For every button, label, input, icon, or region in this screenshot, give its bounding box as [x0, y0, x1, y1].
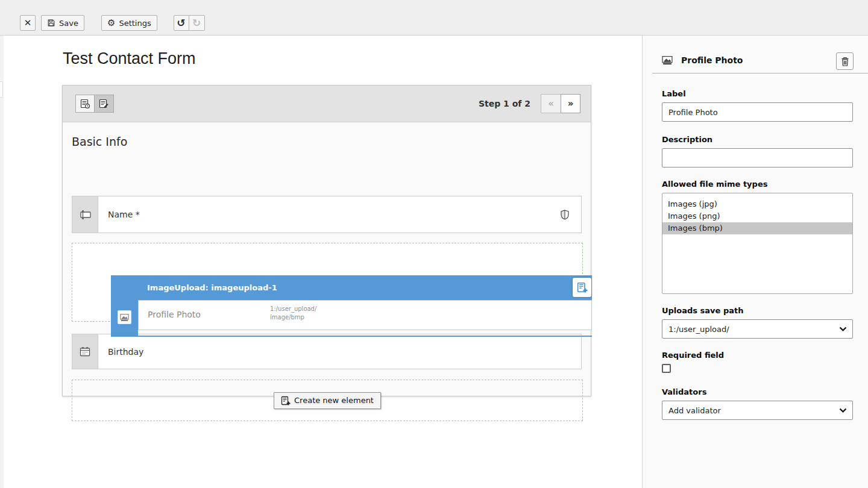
edit-mode-button[interactable]	[95, 95, 114, 113]
page-title: Test Contact Form	[63, 49, 196, 68]
chevron-down-icon	[839, 327, 847, 331]
dragged-imageupload-element[interactable]: ImageUpload: imageupload-1 Profile Photo…	[111, 275, 592, 337]
top-toolbar: ✕ Save ⚙ Settings ↺ ↻	[0, 0, 868, 36]
trash-icon	[841, 57, 849, 66]
form-element-label: Name *	[98, 210, 140, 219]
image-upload-icon	[118, 310, 131, 324]
form-element-birthday[interactable]: Birthday	[72, 334, 582, 369]
create-new-element-label: Create new element	[294, 396, 374, 405]
upload-path-text: 1:/user_upload/	[270, 305, 316, 313]
settings-label: Settings	[119, 19, 151, 28]
step-indicator: Step 1 of 2	[479, 99, 530, 108]
mime-type-text: image/bmp	[270, 313, 316, 322]
redo-button[interactable]: ↻	[189, 15, 205, 31]
validators-select[interactable]: Add validator	[662, 401, 853, 420]
drag-element-settings: 1:/user_upload/ image/bmp	[270, 305, 316, 322]
settings-button[interactable]: ⚙ Settings	[101, 15, 157, 31]
description-input[interactable]	[662, 148, 853, 167]
stage-body: Basic Info Name *	[63, 122, 591, 396]
preview-mode-button[interactable]	[75, 95, 95, 113]
floppy-icon	[47, 19, 55, 27]
save-path-select[interactable]: 1:/user_upload/	[662, 319, 853, 339]
validator-shield-icon	[561, 210, 569, 220]
description-field-label: Description	[662, 135, 853, 144]
form-stage: Step 1 of 2 « » Basic Info Name *	[62, 85, 591, 396]
label-field-label: Label	[662, 89, 853, 98]
redo-icon: ↻	[192, 18, 201, 28]
undo-icon: ↺	[177, 18, 186, 28]
undo-button[interactable]: ↺	[174, 15, 189, 31]
label-input[interactable]	[662, 102, 853, 122]
delete-element-button[interactable]	[836, 52, 854, 70]
gear-icon: ⚙	[107, 19, 115, 28]
drag-element-left-strip	[111, 275, 138, 337]
text-field-icon	[72, 196, 98, 233]
document-plus-icon	[281, 396, 291, 405]
next-page-button[interactable]: »	[561, 94, 580, 113]
drag-element-label: Profile Photo	[148, 310, 201, 319]
document-plus-icon	[577, 282, 588, 293]
form-element-name[interactable]: Name *	[72, 196, 582, 233]
validators-field-label: Validators	[662, 387, 853, 396]
inspector-header: Profile Photo	[652, 36, 868, 74]
save-path-field-label: Uploads save path	[662, 306, 853, 315]
chevron-down-icon	[839, 408, 847, 413]
mime-types-field-label: Allowed file mime types	[662, 180, 853, 189]
inspector-sidebar: Profile Photo Label Description Allowed …	[642, 36, 868, 488]
chevrons-left-icon: «	[548, 98, 554, 109]
form-edit-icon	[99, 99, 109, 109]
mime-types-listbox[interactable]: Images (jpg) Images (png) Images (bmp)	[662, 193, 853, 294]
drag-element-title: ImageUpload: imageupload-1	[147, 283, 277, 292]
view-mode-group	[75, 95, 114, 113]
drag-element-preview: Profile Photo 1:/user_upload/ image/bmp	[138, 300, 592, 330]
close-button[interactable]: ✕	[20, 15, 36, 31]
stage-header: Step 1 of 2 « »	[63, 86, 591, 122]
form-element-label: Birthday	[98, 347, 143, 357]
mime-option-jpg[interactable]: Images (jpg)	[662, 198, 852, 210]
save-label: Save	[59, 19, 78, 28]
close-icon: ✕	[24, 19, 32, 28]
mime-option-png[interactable]: Images (png)	[662, 210, 852, 222]
save-path-value: 1:/user_upload/	[668, 325, 729, 334]
page-section-title: Basic Info	[72, 135, 127, 148]
left-rail	[0, 36, 4, 488]
required-checkbox[interactable]	[662, 364, 671, 373]
form-preview-icon	[80, 99, 90, 109]
create-element-zone: Create new element	[72, 380, 583, 421]
chevrons-right-icon: »	[568, 98, 574, 109]
mime-option-bmp[interactable]: Images (bmp)	[662, 222, 852, 234]
sidebar-collapse-handle[interactable]	[0, 81, 3, 98]
required-field-label: Required field	[662, 351, 853, 360]
inspector-title: Profile Photo	[681, 55, 743, 65]
calendar-icon	[72, 334, 98, 369]
validators-value: Add validator	[668, 406, 721, 415]
new-element-button[interactable]	[573, 278, 591, 297]
previous-page-button[interactable]: «	[541, 94, 561, 113]
create-new-element-button[interactable]: Create new element	[274, 392, 381, 409]
drag-element-bottom-line	[138, 336, 592, 337]
save-button[interactable]: Save	[41, 15, 84, 31]
image-upload-icon	[662, 55, 673, 65]
